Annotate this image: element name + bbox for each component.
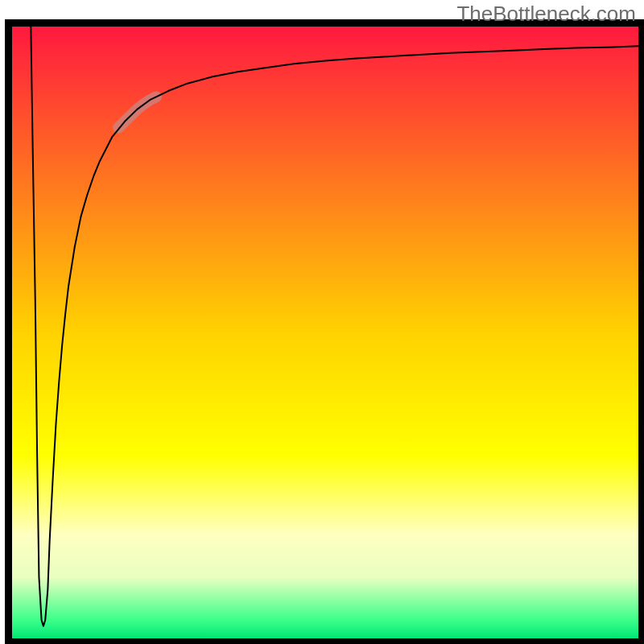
bottleneck-chart — [0, 0, 644, 644]
chart-background — [12, 27, 638, 638]
watermark-text: TheBottleneck.com — [456, 2, 636, 27]
